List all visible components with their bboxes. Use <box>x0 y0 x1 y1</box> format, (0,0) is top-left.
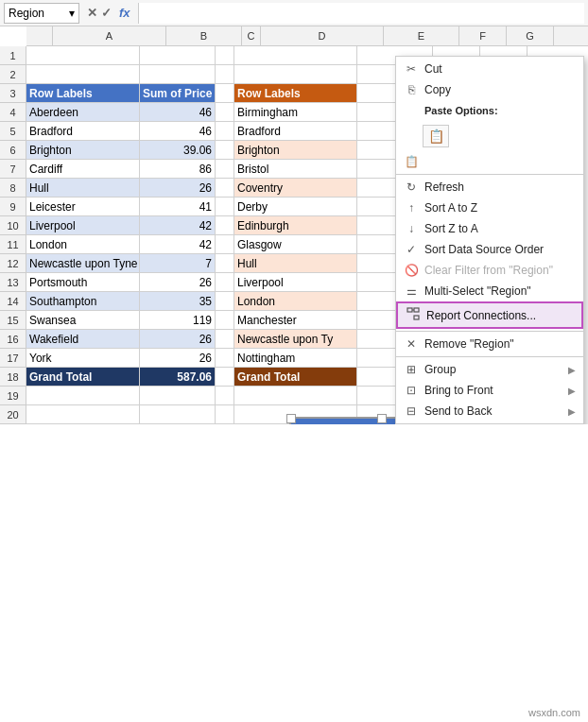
cell-20-A[interactable] <box>26 405 140 424</box>
row-header-20[interactable]: 20 <box>0 405 26 424</box>
cell-2-A[interactable] <box>26 65 140 84</box>
cell-4-A[interactable]: Aberdeen <box>26 103 140 122</box>
row-header-8[interactable]: 8 <box>0 179 26 198</box>
row-header-16[interactable]: 16 <box>0 330 26 349</box>
cell-10-A[interactable]: Liverpool <box>26 216 140 235</box>
cancel-formula-icon[interactable]: ✕ <box>87 6 97 20</box>
cell-11-D[interactable]: Glasgow <box>234 235 357 254</box>
cell-14-B[interactable]: 35 <box>140 292 216 311</box>
cell-5-D[interactable]: Bradford <box>234 122 357 141</box>
cell-18-A[interactable]: Grand Total <box>26 368 140 387</box>
cell-19-D[interactable] <box>234 387 357 405</box>
cell-12-D[interactable]: Hull <box>234 254 357 273</box>
cell-13-C[interactable] <box>216 273 234 292</box>
cell-16-B[interactable]: 26 <box>140 330 216 349</box>
cell-19-C[interactable] <box>216 387 234 405</box>
cell-20-C[interactable] <box>216 405 234 424</box>
cell-3-C[interactable] <box>216 84 234 103</box>
cell-1-A[interactable] <box>26 46 140 65</box>
row-header-1[interactable]: 1 <box>0 46 26 65</box>
row-header-11[interactable]: 11 <box>0 235 26 254</box>
row-header-5[interactable]: 5 <box>0 122 26 141</box>
row-header-19[interactable]: 19 <box>0 387 26 405</box>
cell-8-D[interactable]: Coventry <box>234 179 357 198</box>
cell-7-C[interactable] <box>216 160 234 179</box>
cell-4-B[interactable]: 46 <box>140 103 216 122</box>
cell-18-B[interactable]: 587.06 <box>140 368 216 387</box>
row-header-13[interactable]: 13 <box>0 273 26 292</box>
menu-item-cut[interactable]: ✂Cut <box>396 59 583 79</box>
cell-5-A[interactable]: Bradford <box>26 122 140 141</box>
cell-5-B[interactable]: 46 <box>140 122 216 141</box>
cell-18-C[interactable] <box>216 368 234 387</box>
context-menu[interactable]: ✂Cut⎘CopyPaste Options:📋📋↻Refresh↑Sort A… <box>395 56 584 424</box>
cell-8-B[interactable]: 26 <box>140 179 216 198</box>
cell-17-D[interactable]: Nottingham <box>234 349 357 368</box>
cell-17-B[interactable]: 26 <box>140 349 216 368</box>
paste-icon[interactable]: 📋 <box>423 125 449 147</box>
row-header-4[interactable]: 4 <box>0 103 26 122</box>
cell-20-B[interactable] <box>140 405 216 424</box>
menu-item-multi-select[interactable]: ⚌Multi-Select "Region" <box>396 281 583 301</box>
cell-1-B[interactable] <box>140 46 216 65</box>
row-header-10[interactable]: 10 <box>0 216 26 235</box>
menu-item-paste-icon[interactable]: 📋 <box>396 151 583 172</box>
col-header-e[interactable]: E <box>384 26 459 45</box>
cell-2-C[interactable] <box>216 65 234 84</box>
cell-7-A[interactable]: Cardiff <box>26 160 140 179</box>
col-header-b[interactable]: B <box>166 26 242 45</box>
col-header-a[interactable]: A <box>53 26 166 45</box>
cell-15-A[interactable]: Swansea <box>26 311 140 330</box>
menu-item-send-back[interactable]: ⊟Send to Back▶ <box>396 401 583 421</box>
col-header-c[interactable]: C <box>242 26 261 45</box>
menu-item-sort-za[interactable]: ↓Sort Z to A <box>396 218 583 239</box>
cell-17-C[interactable] <box>216 349 234 368</box>
cell-11-B[interactable]: 42 <box>140 235 216 254</box>
name-box[interactable]: Region ▾ <box>4 3 79 24</box>
cell-15-B[interactable]: 119 <box>140 311 216 330</box>
cell-13-A[interactable]: Portsmouth <box>26 273 140 292</box>
cell-11-C[interactable] <box>216 235 234 254</box>
cell-10-D[interactable]: Edinburgh <box>234 216 357 235</box>
row-header-12[interactable]: 12 <box>0 254 26 273</box>
confirm-formula-icon[interactable]: ✓ <box>101 6 112 20</box>
cell-15-C[interactable] <box>216 311 234 330</box>
cell-19-B[interactable] <box>140 387 216 405</box>
cell-16-D[interactable]: Newcastle upon Ty <box>234 330 357 349</box>
cell-1-C[interactable] <box>216 46 234 65</box>
row-header-18[interactable]: 18 <box>0 368 26 387</box>
formula-input[interactable] <box>138 3 584 24</box>
menu-item-copy[interactable]: ⎘Copy <box>396 79 583 100</box>
cell-3-A[interactable]: Row Labels <box>26 84 140 103</box>
cell-6-B[interactable]: 39.06 <box>140 141 216 160</box>
row-header-14[interactable]: 14 <box>0 292 26 311</box>
cell-5-C[interactable] <box>216 122 234 141</box>
menu-item-report-connections[interactable]: Report Connections... <box>396 301 583 329</box>
cell-9-D[interactable]: Derby <box>234 198 357 216</box>
col-header-g[interactable]: G <box>507 26 554 45</box>
row-header-6[interactable]: 6 <box>0 141 26 160</box>
cell-2-D[interactable] <box>234 65 357 84</box>
slicer-handle-tl[interactable] <box>286 414 296 423</box>
cell-12-B[interactable]: 7 <box>140 254 216 273</box>
cell-4-C[interactable] <box>216 103 234 122</box>
row-header-17[interactable]: 17 <box>0 349 26 368</box>
paste-icon-row[interactable]: 📋 <box>396 121 583 151</box>
row-header-7[interactable]: 7 <box>0 160 26 179</box>
cell-1-D[interactable] <box>234 46 357 65</box>
menu-item-refresh[interactable]: ↻Refresh <box>396 177 583 198</box>
cell-4-D[interactable]: Birmingham <box>234 103 357 122</box>
cell-8-C[interactable] <box>216 179 234 198</box>
cell-12-A[interactable]: Newcastle upon Tyne <box>26 254 140 273</box>
cell-3-D[interactable]: Row Labels <box>234 84 357 103</box>
cell-8-A[interactable]: Hull <box>26 179 140 198</box>
cell-6-C[interactable] <box>216 141 234 160</box>
cell-14-C[interactable] <box>216 292 234 311</box>
cell-9-A[interactable]: Leicester <box>26 198 140 216</box>
row-header-15[interactable]: 15 <box>0 311 26 330</box>
cell-18-D[interactable]: Grand Total <box>234 368 357 387</box>
row-header-2[interactable]: 2 <box>0 65 26 84</box>
cell-11-A[interactable]: London <box>26 235 140 254</box>
col-header-f[interactable]: F <box>459 26 507 45</box>
col-header-d[interactable]: D <box>261 26 384 45</box>
